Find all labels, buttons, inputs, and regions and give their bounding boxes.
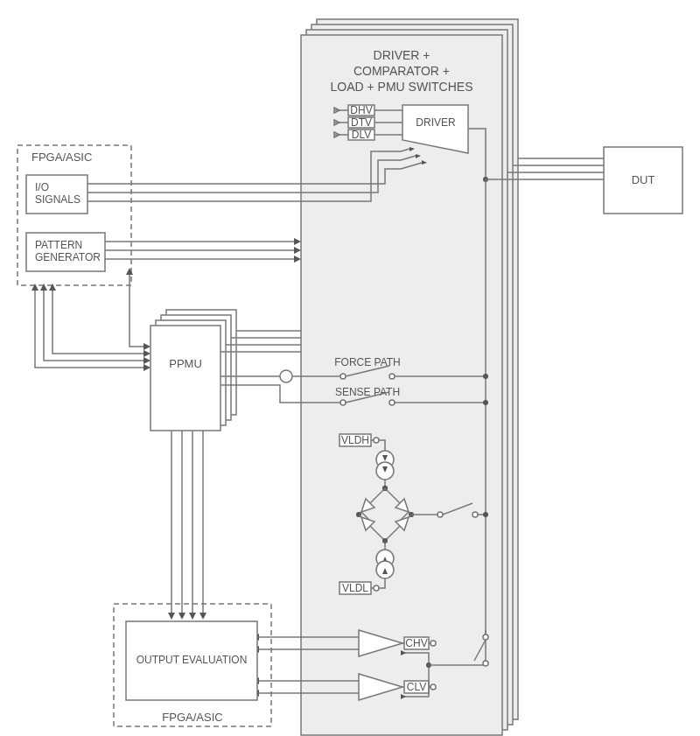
svg-point-36	[483, 400, 488, 405]
ppmu-stack: PPMU	[150, 310, 236, 431]
driver-inputs: DHV DTV DLV	[334, 104, 402, 141]
ppmu-to-output-eval	[168, 431, 206, 620]
svg-marker-79	[200, 613, 206, 620]
chv-label: CHV	[405, 637, 427, 649]
fpga-bottom-title: FPGA/ASIC	[162, 711, 222, 724]
dlv-label: DLV	[352, 129, 371, 141]
driver-label: DRIVER	[416, 116, 456, 129]
ppmu-label: PPMU	[169, 357, 202, 370]
output-eval-label: OUTPUT EVALUATION	[136, 654, 248, 666]
force-path-label: FORCE PATH	[334, 356, 401, 368]
svg-marker-78	[189, 613, 196, 620]
pattern-gen-wires	[105, 238, 301, 263]
svg-point-70	[483, 634, 488, 640]
svg-marker-15	[294, 238, 301, 245]
svg-marker-24	[144, 350, 150, 357]
io-signals-label-1: I/O	[35, 181, 49, 193]
svg-marker-29	[49, 284, 56, 291]
svg-point-53	[472, 512, 478, 517]
svg-marker-23	[144, 357, 150, 364]
svg-point-71	[483, 661, 488, 666]
main-title-line3: LOAD + PMU SWITCHES	[331, 80, 473, 94]
svg-point-63	[430, 641, 436, 646]
svg-marker-26	[126, 268, 133, 275]
svg-point-52	[438, 512, 443, 517]
svg-point-38	[374, 438, 379, 443]
svg-point-54	[483, 512, 488, 517]
svg-marker-28	[40, 284, 47, 291]
sense-path-label: SENSE PATH	[335, 386, 400, 398]
svg-point-59	[374, 585, 379, 591]
dtv-label: DTV	[351, 116, 372, 129]
svg-point-35	[389, 400, 395, 405]
svg-marker-17	[294, 256, 301, 263]
main-title-line2: COMPARATOR +	[354, 64, 450, 78]
pattern-gen-label-1: PATTERN	[35, 239, 82, 251]
clv-label: CLV	[407, 681, 426, 693]
svg-marker-27	[32, 284, 38, 291]
svg-marker-76	[168, 613, 175, 620]
svg-rect-3	[301, 35, 502, 735]
io-signals-label-2: SIGNALS	[35, 193, 80, 206]
vldl-label: VLDL	[342, 582, 368, 594]
svg-point-32	[389, 374, 395, 379]
fpga-top-title: FPGA/ASIC	[32, 151, 92, 164]
svg-marker-22	[144, 364, 150, 371]
fpga-to-ppmu	[32, 268, 150, 371]
dut-label: DUT	[632, 173, 655, 186]
svg-point-67	[430, 684, 436, 690]
svg-point-33	[483, 374, 488, 379]
svg-rect-21	[150, 326, 220, 431]
vldh-label: VLDH	[341, 434, 369, 446]
svg-point-34	[340, 400, 346, 405]
svg-point-31	[340, 374, 346, 379]
dhv-label: DHV	[350, 104, 372, 116]
svg-marker-25	[144, 343, 150, 350]
svg-point-30	[280, 370, 292, 382]
svg-marker-77	[178, 613, 186, 620]
main-title-line1: DRIVER +	[374, 48, 430, 62]
svg-marker-16	[294, 247, 301, 254]
pattern-gen-label-2: GENERATOR	[35, 251, 101, 263]
